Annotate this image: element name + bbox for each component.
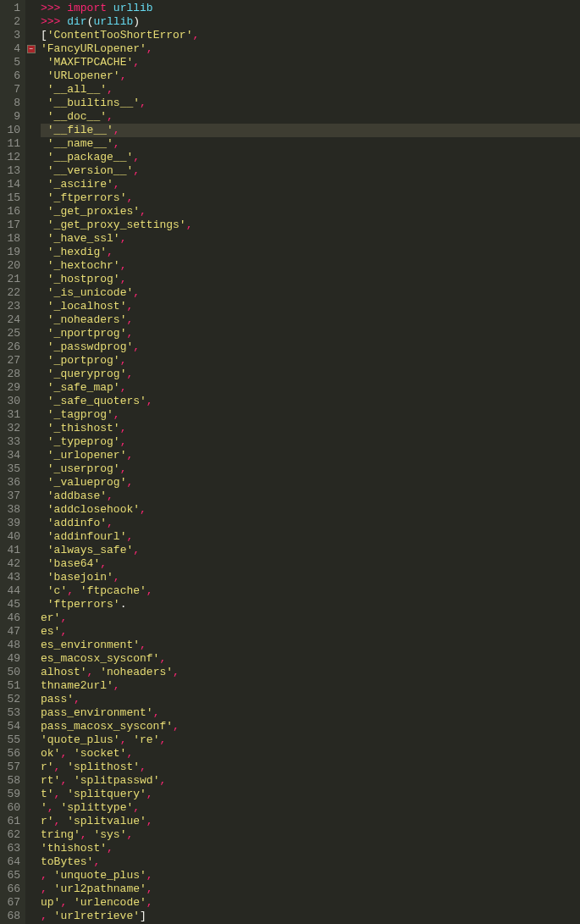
code-line[interactable]: '_valueprog', — [41, 476, 580, 490]
code-line[interactable]: '_is_unicode', — [41, 286, 580, 300]
code-line[interactable]: up', 'urlencode', — [41, 896, 580, 910]
code-line[interactable]: ok', 'socket', — [41, 747, 580, 761]
code-line[interactable]: 'URLopener', — [41, 69, 580, 83]
line-number: 46 — [3, 611, 20, 625]
code-line[interactable]: alhost', 'noheaders', — [41, 666, 580, 679]
code-line[interactable]: '__file__', — [41, 124, 580, 137]
line-number: 15 — [3, 191, 20, 205]
token-string: '__version__' — [47, 164, 133, 177]
token-comma: , — [113, 408, 120, 421]
token-comma: , — [126, 313, 133, 326]
token-comma: , — [60, 896, 74, 909]
code-line[interactable]: '_portprog', — [41, 354, 580, 368]
token-comma: , — [113, 124, 120, 136]
code-line[interactable]: '_hostprog', — [41, 273, 580, 286]
code-line[interactable]: , 'unquote_plus', — [41, 869, 580, 883]
code-line[interactable]: 'basejoin', — [41, 571, 580, 584]
code-line[interactable]: 'thishost', — [41, 842, 580, 855]
code-line[interactable]: ', 'splittype', — [41, 801, 580, 815]
code-line[interactable]: 'quote_plus', 're', — [41, 733, 580, 747]
code-line[interactable]: er', — [41, 611, 580, 625]
code-line[interactable]: es_macosx_sysconf', — [41, 652, 580, 666]
code-line[interactable]: '_tagprog', — [41, 408, 580, 422]
code-line[interactable]: 'base64', — [41, 557, 580, 571]
code-line[interactable]: '__package__', — [41, 151, 580, 164]
code-line[interactable]: '_hexdig', — [41, 246, 580, 259]
code-line[interactable]: 'addinfourl', — [41, 530, 580, 544]
code-line[interactable]: '__version__', — [41, 164, 580, 178]
code-line[interactable]: '_nportprog', — [41, 327, 580, 340]
token-comma: , — [126, 368, 133, 380]
code-line[interactable]: es_environment', — [41, 639, 580, 652]
code-line[interactable]: >>> dir(urllib) — [41, 15, 580, 29]
token-bracket: [ — [41, 29, 47, 41]
code-line[interactable]: pass', — [41, 693, 580, 706]
fold-marker-icon[interactable]: − — [27, 45, 36, 53]
code-line[interactable]: '_urlopener', — [41, 449, 580, 462]
token-comma: , — [126, 449, 133, 462]
token-string: '__builtins__' — [47, 97, 140, 109]
code-line[interactable]: '_queryprog', — [41, 368, 580, 381]
code-line[interactable]: '__doc__', — [41, 110, 580, 124]
code-line[interactable]: , 'urlretrieve'] — [41, 910, 580, 923]
line-number: 14 — [3, 178, 20, 191]
token-comma: , — [60, 625, 67, 638]
indent — [41, 354, 47, 367]
code-line[interactable]: pass_environment', — [41, 706, 580, 720]
code-area[interactable]: >>> import urllib>>> dir(urllib)['Conten… — [37, 0, 580, 924]
token-string: '_passwdprog' — [47, 340, 133, 353]
code-line[interactable]: 'FancyURLopener', — [41, 42, 580, 56]
code-line[interactable]: '__builtins__', — [41, 97, 580, 110]
code-line[interactable]: 'c', 'ftpcache', — [41, 584, 580, 598]
code-line[interactable]: '_thishost', — [41, 422, 580, 435]
token-string: 'addclosehook' — [47, 503, 140, 516]
code-line[interactable]: r', 'splithost', — [41, 761, 580, 774]
line-number: 26 — [3, 340, 20, 354]
token-comma: , — [126, 327, 133, 340]
code-line[interactable]: 'addinfo', — [41, 517, 580, 530]
code-line[interactable]: '_passwdprog', — [41, 340, 580, 354]
line-number: 29 — [3, 381, 20, 395]
indent — [41, 273, 47, 285]
code-line[interactable]: rt', 'splitpasswd', — [41, 774, 580, 788]
code-line[interactable]: tring', 'sys', — [41, 828, 580, 842]
indent — [41, 327, 47, 340]
code-line[interactable]: '_asciire', — [41, 178, 580, 191]
code-line[interactable]: , 'url2pathname', — [41, 883, 580, 896]
code-line[interactable]: >>> import urllib — [41, 2, 580, 15]
code-line[interactable]: '_localhost', — [41, 300, 580, 313]
code-line[interactable]: 'ftperrors'. — [41, 598, 580, 611]
code-line[interactable]: '_have_ssl', — [41, 232, 580, 246]
code-line[interactable]: 'always_safe', — [41, 544, 580, 557]
code-line[interactable]: '_userprog', — [41, 462, 580, 476]
code-editor[interactable]: 1234567891011121314151617181920212223242… — [0, 0, 580, 924]
code-line[interactable]: es', — [41, 625, 580, 639]
code-line[interactable]: '_typeprog', — [41, 435, 580, 449]
code-line[interactable]: t', 'splitquery', — [41, 788, 580, 801]
token-comma: , — [140, 639, 146, 651]
line-number: 41 — [3, 544, 20, 557]
code-line[interactable]: '_hextochr', — [41, 259, 580, 273]
indent — [41, 490, 47, 502]
code-line[interactable]: 'addbase', — [41, 490, 580, 503]
code-line[interactable]: r', 'splitvalue', — [41, 815, 580, 828]
code-line[interactable]: '__name__', — [41, 137, 580, 151]
code-line[interactable]: ['ContentTooShortError', — [41, 29, 580, 42]
code-line[interactable]: toBytes', — [41, 855, 580, 869]
code-line[interactable]: 'addclosehook', — [41, 503, 580, 517]
code-line[interactable]: '_noheaders', — [41, 313, 580, 327]
code-line[interactable]: '_ftperrors', — [41, 191, 580, 205]
code-line[interactable]: '_get_proxies', — [41, 205, 580, 219]
code-line[interactable]: pass_macosx_sysconf', — [41, 720, 580, 733]
token-string: 'sys' — [93, 828, 126, 841]
code-line[interactable]: '_safe_quoters', — [41, 395, 580, 408]
line-number: 10 — [3, 124, 20, 137]
line-number: 49 — [3, 652, 20, 666]
line-number: 23 — [3, 300, 20, 313]
token-comma: , — [93, 855, 100, 868]
code-line[interactable]: thname2url', — [41, 679, 580, 693]
code-line[interactable]: 'MAXFTPCACHE', — [41, 56, 580, 69]
code-line[interactable]: '_get_proxy_settings', — [41, 219, 580, 232]
code-line[interactable]: '_safe_map', — [41, 381, 580, 395]
code-line[interactable]: '__all__', — [41, 83, 580, 97]
